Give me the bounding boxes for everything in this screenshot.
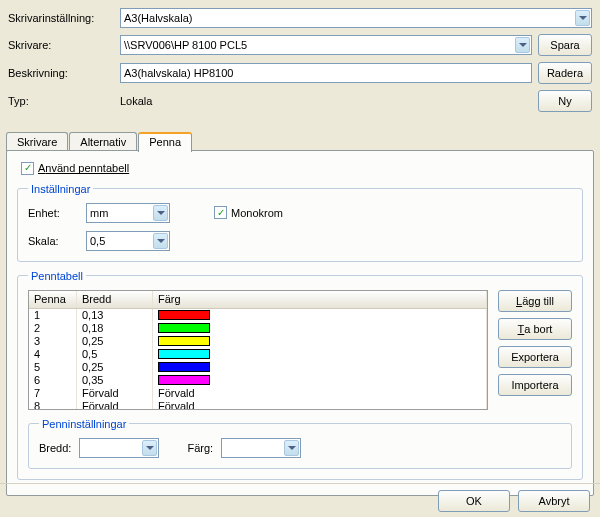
settings-group: Inställningar Enhet: mm Monokrom Skala: … xyxy=(17,183,583,262)
col-penna[interactable]: Penna xyxy=(29,291,77,308)
table-row[interactable]: 7FörvaldFörvald xyxy=(29,387,487,400)
cell-farg xyxy=(153,361,487,374)
description-input[interactable]: A3(halvskala) HP8100 xyxy=(120,63,532,83)
tab-pen[interactable]: Penna xyxy=(138,132,192,152)
scale-combo[interactable]: 0,5 xyxy=(86,231,170,251)
type-value: Lokala xyxy=(120,95,538,107)
cell-farg: Förvald xyxy=(153,387,487,400)
cell-bredd: 0,25 xyxy=(77,335,153,348)
cancel-button[interactable]: Avbryt xyxy=(518,490,590,512)
cell-bredd: Förvald xyxy=(77,387,153,400)
cell-bredd: 0,13 xyxy=(77,309,153,322)
width-label: Bredd: xyxy=(39,442,71,454)
use-pen-table-checkbox[interactable]: Använd penntabell xyxy=(21,162,129,175)
table-row[interactable]: 60,35 xyxy=(29,374,487,387)
cell-farg xyxy=(153,374,487,387)
unit-label: Enhet: xyxy=(28,207,72,219)
description-value: A3(halvskala) HP8100 xyxy=(124,67,233,79)
scale-label: Skala: xyxy=(28,235,72,247)
cell-penna: 1 xyxy=(29,309,77,322)
printer-setting-value: A3(Halvskala) xyxy=(124,12,192,24)
color-combo[interactable] xyxy=(221,438,301,458)
printer-value: \\SRV006\HP 8100 PCL5 xyxy=(124,39,247,51)
pen-table[interactable]: Penna Bredd Färg 10,1320,1830,2540,550,2… xyxy=(28,290,488,410)
table-row[interactable]: 40,5 xyxy=(29,348,487,361)
tab-options[interactable]: Alternativ xyxy=(69,132,137,151)
printer-label: Skrivare: xyxy=(8,39,120,51)
add-button[interactable]: Lägg till xyxy=(498,290,572,312)
cell-penna: 6 xyxy=(29,374,77,387)
settings-legend: Inställningar xyxy=(28,183,93,195)
table-row[interactable]: 50,25 xyxy=(29,361,487,374)
remove-button[interactable]: Ta bort xyxy=(498,318,572,340)
table-row[interactable]: 10,13 xyxy=(29,309,487,322)
cell-bredd: 0,18 xyxy=(77,322,153,335)
color-swatch xyxy=(158,310,210,320)
col-bredd[interactable]: Bredd xyxy=(77,291,153,308)
cell-penna: 5 xyxy=(29,361,77,374)
printer-setting-combo[interactable]: A3(Halvskala) xyxy=(120,8,592,28)
type-label: Typ: xyxy=(8,95,120,107)
color-swatch xyxy=(158,323,210,333)
cell-penna: 2 xyxy=(29,322,77,335)
color-swatch xyxy=(158,362,210,372)
color-label: Färg: xyxy=(187,442,213,454)
checkbox-icon xyxy=(21,162,34,175)
pen-table-legend: Penntabell xyxy=(28,270,86,282)
col-farg[interactable]: Färg xyxy=(153,291,487,308)
pen-settings-group: Penninställningar Bredd: Färg: xyxy=(28,418,572,469)
chevron-down-icon[interactable] xyxy=(153,233,168,249)
import-button[interactable]: Importera xyxy=(498,374,572,396)
description-label: Beskrivning: xyxy=(8,67,120,79)
unit-combo[interactable]: mm xyxy=(86,203,170,223)
cell-farg: Förvald xyxy=(153,400,487,410)
monochrome-label: Monokrom xyxy=(231,207,283,219)
cell-penna: 3 xyxy=(29,335,77,348)
cell-bredd: Förvald xyxy=(77,400,153,410)
width-combo[interactable] xyxy=(79,438,159,458)
chevron-down-icon[interactable] xyxy=(142,440,157,456)
table-row[interactable]: 30,25 xyxy=(29,335,487,348)
color-swatch xyxy=(158,336,210,346)
cell-bredd: 0,5 xyxy=(77,348,153,361)
save-button[interactable]: Spara xyxy=(538,34,592,56)
chevron-down-icon[interactable] xyxy=(153,205,168,221)
printer-setting-label: Skrivarinställning: xyxy=(8,12,120,24)
pen-settings-legend: Penninställningar xyxy=(39,418,129,430)
table-row[interactable]: 20,18 xyxy=(29,322,487,335)
export-button[interactable]: Exportera xyxy=(498,346,572,368)
ok-button[interactable]: OK xyxy=(438,490,510,512)
scale-value: 0,5 xyxy=(90,235,105,247)
cell-farg xyxy=(153,335,487,348)
cell-bredd: 0,35 xyxy=(77,374,153,387)
cell-bredd: 0,25 xyxy=(77,361,153,374)
cell-penna: 4 xyxy=(29,348,77,361)
chevron-down-icon[interactable] xyxy=(284,440,299,456)
delete-button[interactable]: Radera xyxy=(538,62,592,84)
tab-printer[interactable]: Skrivare xyxy=(6,132,68,151)
cell-penna: 7 xyxy=(29,387,77,400)
table-row[interactable]: 8FörvaldFörvald xyxy=(29,400,487,410)
chevron-down-icon[interactable] xyxy=(575,10,590,26)
new-button[interactable]: Ny xyxy=(538,90,592,112)
use-pen-table-label: Använd penntabell xyxy=(38,162,129,174)
pen-table-group: Penntabell Penna Bredd Färg 10,1320,1830… xyxy=(17,270,583,480)
cell-farg xyxy=(153,309,487,322)
printer-combo[interactable]: \\SRV006\HP 8100 PCL5 xyxy=(120,35,532,55)
cell-farg xyxy=(153,322,487,335)
cell-penna: 8 xyxy=(29,400,77,410)
monochrome-checkbox[interactable]: Monokrom xyxy=(214,206,283,219)
checkbox-icon xyxy=(214,206,227,219)
color-swatch xyxy=(158,375,210,385)
unit-value: mm xyxy=(90,207,108,219)
cell-farg xyxy=(153,348,487,361)
chevron-down-icon[interactable] xyxy=(515,37,530,53)
color-swatch xyxy=(158,349,210,359)
